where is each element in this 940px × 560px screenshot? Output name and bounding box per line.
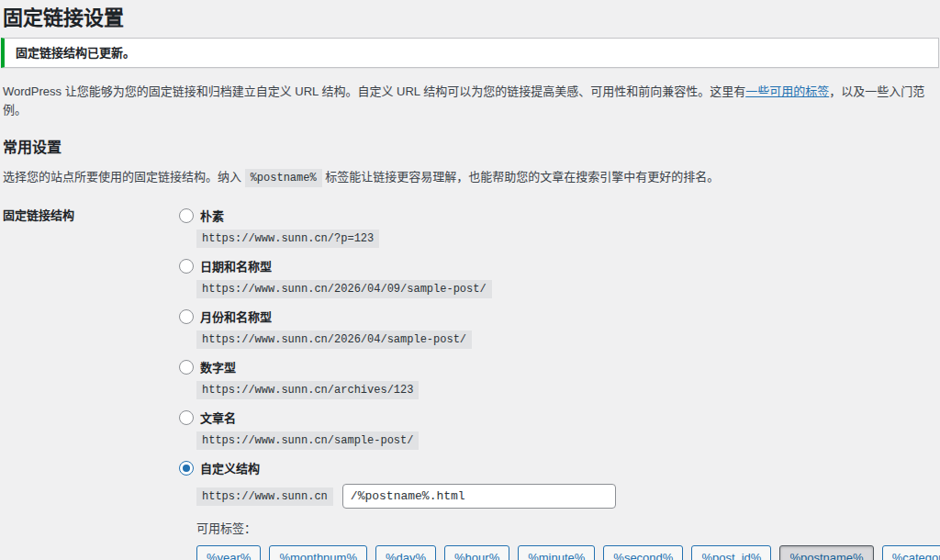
permalink-example: https://www.sunn.cn/sample-post/ — [196, 432, 940, 447]
permalink-example-url: https://www.sunn.cn/sample-post/ — [196, 431, 419, 450]
available-tags-row: %year%%monthnum%%day%%hour%%minute%%seco… — [196, 545, 940, 560]
tag-button[interactable]: %minute% — [518, 545, 595, 560]
available-tags-label: 可用标签： — [196, 521, 940, 537]
permalink-option-label[interactable]: 数字型 — [199, 358, 236, 375]
permalink-example-url: https://www.sunn.cn/archives/123 — [196, 381, 419, 399]
permalink-option-choice[interactable]: 文章名 — [179, 409, 940, 426]
permalink-option-choice[interactable]: 月份和名称型 — [179, 308, 940, 325]
available-tags-link[interactable]: 一些可用的标签 — [745, 84, 829, 98]
permalink-option-label[interactable]: 月份和名称型 — [199, 308, 272, 325]
permalink-option-choice[interactable]: 数字型 — [179, 358, 940, 375]
permalink-example: https://www.sunn.cn/?p=123 — [196, 230, 940, 245]
tag-button[interactable]: %category% — [882, 545, 940, 560]
permalink-example: https://www.sunn.cn/2026/04/09/sample-po… — [196, 281, 940, 296]
custom-structure-input[interactable] — [342, 484, 616, 509]
permalink-option-label[interactable]: 日期和名称型 — [199, 257, 272, 274]
intro-text-before: WordPress 让您能够为您的固定链接和归档建立自定义 URL 结构。自定义… — [3, 84, 745, 98]
tag-button[interactable]: %day% — [375, 545, 436, 560]
permalink-option: 朴素https://www.sunn.cn/?p=123 — [179, 207, 940, 245]
permalink-structure-row: 固定链接结构 朴素https://www.sunn.cn/?p=123日期和名称… — [3, 207, 940, 560]
permalink-option-choice[interactable]: 日期和名称型 — [179, 257, 940, 274]
radio-button-icon[interactable] — [179, 208, 194, 223]
permalink-structure-label: 固定链接结构 — [3, 207, 179, 560]
page-title: 固定链接设置 — [3, 4, 940, 35]
tag-button[interactable]: %postname% — [779, 545, 873, 560]
tag-button[interactable]: %hour% — [444, 545, 509, 560]
tag-button[interactable]: %post_id% — [691, 545, 771, 560]
permalink-settings-page: 固定链接设置 固定链接结构已更新。 WordPress 让您能够为您的固定链接和… — [0, 0, 940, 560]
permalink-example-url: https://www.sunn.cn/2026/04/sample-post/ — [196, 330, 472, 349]
custom-structure-line: https://www.sunn.cn — [196, 484, 940, 509]
permalink-example-url: https://www.sunn.cn/2026/04/09/sample-po… — [196, 280, 492, 298]
intro-paragraph: WordPress 让您能够为您的固定链接和归档建立自定义 URL 结构。自定义… — [3, 83, 940, 118]
desc-text-before: 选择您的站点所要使用的固定链接结构。纳入 — [3, 170, 245, 184]
permalink-option: 自定义结构https://www.sunn.cn — [179, 459, 940, 509]
permalink-option-choice[interactable]: 自定义结构 — [179, 459, 940, 476]
permalink-option-label[interactable]: 朴素 — [199, 207, 224, 224]
postname-code-chip: %postname% — [245, 169, 322, 187]
common-settings-heading: 常用设置 — [3, 139, 940, 156]
permalink-option: 文章名https://www.sunn.cn/sample-post/ — [179, 409, 940, 447]
tag-button[interactable]: %second% — [603, 545, 683, 560]
custom-structure-prefix: https://www.sunn.cn — [196, 487, 333, 506]
permalink-example: https://www.sunn.cn/archives/123 — [196, 382, 940, 397]
permalink-option: 日期和名称型https://www.sunn.cn/2026/04/09/sam… — [179, 257, 940, 296]
permalink-example-url: https://www.sunn.cn/?p=123 — [196, 230, 379, 248]
radio-button-icon[interactable] — [179, 360, 194, 375]
permalink-option: 月份和名称型https://www.sunn.cn/2026/04/sample… — [179, 308, 940, 346]
radio-button-icon[interactable] — [179, 461, 194, 476]
radio-button-icon[interactable] — [179, 309, 194, 324]
radio-button-icon[interactable] — [179, 410, 194, 425]
tag-button[interactable]: %monthnum% — [269, 545, 367, 560]
permalink-options-list: 朴素https://www.sunn.cn/?p=123日期和名称型https:… — [179, 207, 940, 560]
permalink-option: 数字型https://www.sunn.cn/archives/123 — [179, 358, 940, 397]
permalink-option-label[interactable]: 文章名 — [199, 409, 236, 426]
tag-button[interactable]: %year% — [196, 545, 261, 560]
permalink-option-label[interactable]: 自定义结构 — [199, 459, 260, 476]
desc-text-after: 标签能让链接更容易理解，也能帮助您的文章在搜索引擎中有更好的排名。 — [322, 170, 720, 184]
notice-message: 固定链接结构已更新。 — [16, 46, 927, 61]
success-notice: 固定链接结构已更新。 — [1, 38, 939, 69]
permalink-example: https://www.sunn.cn/2026/04/sample-post/ — [196, 331, 940, 346]
radio-button-icon[interactable] — [179, 259, 194, 274]
common-settings-description: 选择您的站点所要使用的固定链接结构。纳入 %postname% 标签能让链接更容… — [3, 168, 940, 187]
permalink-option-choice[interactable]: 朴素 — [179, 207, 940, 224]
